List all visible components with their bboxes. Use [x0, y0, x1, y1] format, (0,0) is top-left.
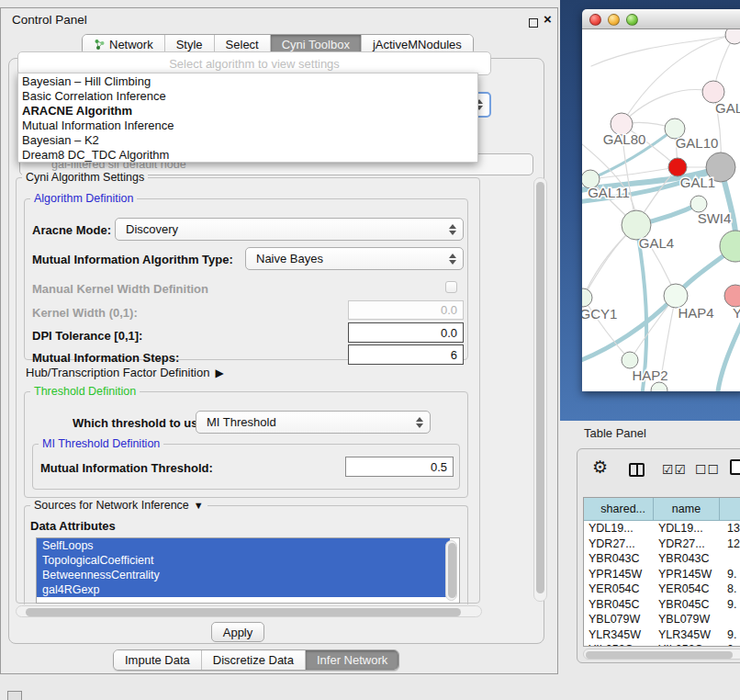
mi-algorithm-type-combobox[interactable]: Naive Bayes — [245, 247, 464, 270]
tab-label: Style — [176, 38, 203, 51]
triangle-down-icon: ▼ — [194, 500, 204, 511]
tab-discretize-data[interactable]: Discretize Data — [201, 650, 305, 670]
table-cell: YBR043C — [584, 551, 654, 567]
list-vertical-scrollbar[interactable] — [445, 540, 457, 601]
algorithm-option[interactable]: Bayesian – Hill Climbing — [18, 74, 477, 89]
network-edge[interactable] — [591, 35, 734, 66]
tab-impute-data[interactable]: Impute Data — [114, 650, 201, 670]
network-node-gal1[interactable] — [668, 158, 687, 176]
network-node-label: GAL4 — [639, 235, 674, 251]
network-node[interactable] — [725, 29, 740, 44]
kernel-width-field[interactable]: 0.0 — [348, 300, 464, 320]
aracne-mode-label: Aracne Mode: — [32, 223, 111, 237]
select-all-checkboxes-icon[interactable]: ☑☑ — [662, 462, 687, 477]
apply-button[interactable]: Apply — [211, 622, 264, 642]
mi-threshold-field[interactable]: 0.5 — [345, 457, 454, 477]
mi-algorithm-type-label: Mutual Information Algorithm Type: — [32, 253, 233, 266]
mi-steps-field[interactable]: 6 — [348, 344, 464, 365]
table-cell: YER054C — [584, 581, 654, 597]
which-threshold-combobox[interactable]: MI Threshold — [196, 411, 431, 434]
table-row[interactable]: YLR345WYLR345W9. — [584, 627, 740, 643]
close-window-icon[interactable]: × — [544, 11, 552, 27]
network-tab-icon — [94, 39, 106, 51]
column-header-shared-name[interactable]: shared... — [584, 498, 654, 520]
field-value: 6 — [451, 348, 457, 362]
network-node-hap2[interactable] — [622, 352, 638, 368]
split-view-icon[interactable] — [629, 463, 645, 477]
table-horizontal-scrollbar[interactable] — [583, 649, 740, 660]
manual-kernel-width-checkbox[interactable] — [445, 281, 457, 293]
control-panel-title: Control Panel — [12, 13, 87, 27]
float-window-icon[interactable] — [529, 18, 538, 28]
tab-infer-network[interactable]: Infer Network — [305, 650, 398, 670]
aracne-mode-combobox[interactable]: Discovery — [115, 218, 464, 241]
algorithm-option[interactable]: Mutual Information Inference — [18, 119, 477, 133]
group-legend[interactable]: Sources for Network Inference ▼ — [30, 499, 207, 512]
scrollbar-thumb[interactable] — [448, 543, 456, 598]
list-item[interactable]: SelfLoops — [37, 538, 450, 553]
column-header-clipped[interactable] — [720, 498, 740, 520]
combobox-value: Discovery — [126, 222, 178, 236]
network-node-label: GAL80 — [603, 131, 646, 147]
settings-vertical-scrollbar[interactable] — [533, 177, 547, 602]
close-traffic-light-icon[interactable] — [589, 14, 601, 26]
table-row[interactable]: YIL052CYIL052C0. — [584, 642, 740, 647]
deselect-all-checkboxes-icon[interactable]: ☐☐ — [695, 462, 720, 477]
gear-icon[interactable]: ⚙ — [592, 458, 608, 477]
hub-definition-expander[interactable]: Hub/Transcription Factor Definition ▶ — [26, 366, 224, 379]
combobox-value: Naive Bayes — [256, 252, 323, 265]
list-item[interactable]: TopologicalCoefficient — [37, 553, 450, 568]
tab-label: Cyni Toolbox — [282, 38, 350, 51]
table-cell: YPR145W — [654, 567, 720, 582]
control-panel-window: Control Panel × Network Style Select Cyn… — [0, 7, 558, 674]
table-cell: 9. — [720, 627, 740, 643]
network-edge[interactable] — [717, 323, 740, 391]
algorithm-option-highlighted[interactable]: ARACNE Algorithm — [18, 104, 477, 119]
table-row[interactable]: YDR27...YDR27...12 — [584, 536, 740, 552]
chevron-updown-icon — [449, 224, 456, 235]
scrollbar-thumb[interactable] — [536, 182, 544, 593]
table-cell: 13 — [720, 521, 740, 536]
network-node-label: HAP4 — [678, 305, 713, 321]
network-node-label: GAL11 — [588, 185, 630, 200]
group-legend: Algorithm Definition — [30, 192, 137, 205]
combobox-placeholder: Select algorithm to view settings — [169, 57, 340, 71]
field-value: 0.0 — [441, 303, 457, 317]
bottom-left-icon[interactable] — [7, 691, 22, 700]
table-row[interactable]: YDL19...YDL19...13 — [584, 521, 740, 536]
table-row[interactable]: YER054CYER054C8. — [584, 581, 740, 597]
list-item[interactable]: gal4RGexp — [37, 582, 450, 597]
algorithm-option[interactable]: Basic Correlation Inference — [18, 89, 477, 104]
network-graph[interactable]: GALGAL80GAL10GAL1GAL11SWI4GAL4GCY1HAP4YH… — [582, 29, 740, 391]
network-node-y[interactable] — [724, 285, 740, 307]
table-cell: YBR043C — [654, 551, 720, 567]
dpi-tolerance-field[interactable]: 0.0 — [348, 322, 464, 343]
list-item[interactable]: BetweennessCentrality — [37, 568, 450, 582]
document-icon[interactable] — [730, 459, 740, 475]
scrollbar-thumb[interactable] — [26, 608, 461, 616]
table-panel-toolbar: ⚙ ☑☑ ☐☐ — [577, 449, 740, 493]
table-row[interactable]: YBL079WYBL079W — [584, 612, 740, 627]
scrollbar-thumb[interactable] — [586, 651, 733, 659]
network-node-label: GAL — [715, 100, 740, 116]
network-edge[interactable] — [622, 90, 713, 124]
zoom-traffic-light-icon[interactable] — [626, 14, 638, 26]
table-row[interactable]: YPR145WYPR145W9. — [584, 567, 740, 582]
table-cell: 8. — [720, 581, 740, 597]
table-row[interactable]: YBR043CYBR043C — [584, 551, 740, 567]
network-node-gcy1[interactable] — [582, 288, 592, 307]
group-legend: Cyni Algorithm Settings — [22, 171, 148, 184]
table-cell: YBL079W — [584, 612, 654, 627]
minimize-traffic-light-icon[interactable] — [608, 14, 620, 26]
network-node[interactable] — [651, 382, 667, 391]
network-canvas[interactable]: GALGAL80GAL10GAL1GAL11SWI4GAL4GCY1HAP4YH… — [582, 29, 740, 391]
column-header-name[interactable]: name — [654, 498, 720, 520]
kernel-width-label: Kernel Width (0,1): — [32, 306, 138, 320]
mi-steps-label: Mutual Information Steps: — [32, 351, 179, 365]
table-row[interactable]: YBR045CYBR045C9. — [584, 597, 740, 613]
algorithm-option[interactable]: Bayesian – K2 — [18, 133, 477, 148]
network-node-label: SWI4 — [698, 210, 732, 226]
settings-horizontal-scrollbar[interactable] — [16, 605, 482, 617]
network-window-titlebar[interactable] — [582, 9, 740, 29]
algorithm-option[interactable]: Dream8 DC_TDC Algorithm — [18, 148, 477, 163]
